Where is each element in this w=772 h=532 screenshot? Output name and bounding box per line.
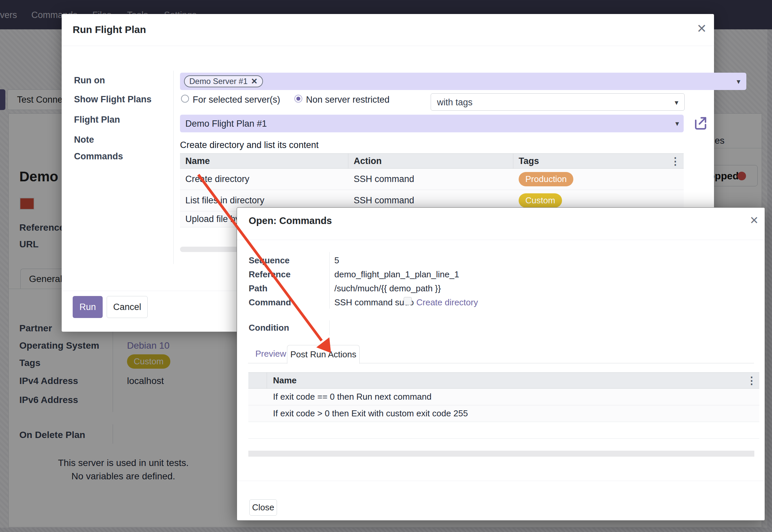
flight-plan-caret-icon: ▾ bbox=[675, 119, 679, 128]
condition-divider bbox=[329, 320, 330, 335]
with-tags-value: with tags bbox=[437, 97, 473, 108]
cancel-button[interactable]: Cancel bbox=[107, 296, 148, 318]
col-header-name[interactable]: Name bbox=[180, 154, 348, 168]
note-label: Note bbox=[74, 135, 94, 145]
screen: vers Commands Files Tools Settings Test … bbox=[0, 0, 772, 532]
command-label: Command bbox=[249, 297, 291, 308]
post-run-col-name[interactable]: Name bbox=[267, 375, 747, 386]
run-modal-title: Run Flight Plan bbox=[73, 24, 146, 35]
open-field-divider bbox=[329, 252, 330, 309]
flight-plan-label: Flight Plan bbox=[74, 115, 120, 125]
run-on-label: Run on bbox=[74, 75, 105, 86]
post-run-options-icon[interactable]: ⋮ bbox=[747, 375, 759, 386]
flight-plan-value: Demo Flight Plan #1 bbox=[185, 119, 267, 129]
run-button-label: Run bbox=[79, 302, 96, 312]
tab-post-run-actions[interactable]: Post Run Actions bbox=[287, 345, 360, 364]
reference-field-label: Reference bbox=[249, 269, 291, 280]
reference-value: demo_flight_plan_1_plan_line_1 bbox=[334, 269, 459, 280]
flight-plan-table-header: Name Action Tags ⋮ bbox=[180, 153, 684, 169]
open-modal-title: Open: Commands bbox=[249, 215, 332, 226]
open-modal-footer-divider bbox=[237, 481, 765, 481]
post-run-row[interactable]: If exit code == 0 then Run next command bbox=[248, 389, 759, 405]
with-tags-caret-icon: ▾ bbox=[675, 98, 678, 107]
run-button[interactable]: Run bbox=[73, 296, 103, 318]
radio-non-server-restricted[interactable] bbox=[294, 95, 302, 103]
run-modal-close-icon[interactable]: ✕ bbox=[697, 23, 707, 35]
show-flight-plans-label: Show Flight Plans bbox=[74, 94, 152, 105]
open-commands-modal: Open: Commands ✕ Sequence Reference Path… bbox=[237, 207, 765, 521]
open-modal-header-divider bbox=[237, 240, 765, 240]
server-tag-label: Demo Server #1 bbox=[189, 77, 248, 86]
post-run-cell: If exit code == 0 then Run next command bbox=[248, 392, 432, 402]
cell-action: SSH command bbox=[348, 174, 513, 184]
radio-selected-servers[interactable] bbox=[181, 95, 189, 103]
label-column-divider bbox=[173, 71, 174, 264]
col-header-tags[interactable]: Tags bbox=[513, 154, 670, 168]
tab-preview[interactable]: Preview bbox=[255, 349, 286, 359]
cell-name: List files in directory bbox=[180, 195, 348, 206]
post-run-table-header: Name ⋮ bbox=[248, 372, 759, 389]
server-tag-pill[interactable]: Demo Server #1 ✕ bbox=[184, 75, 263, 87]
path-value: /such/much/{{ demo_path }} bbox=[334, 283, 441, 294]
sequence-label: Sequence bbox=[249, 255, 290, 266]
table-options-icon[interactable]: ⋮ bbox=[670, 155, 684, 167]
flight-plan-select[interactable]: Demo Flight Plan #1 ▾ bbox=[180, 115, 684, 132]
remove-tag-icon[interactable]: ✕ bbox=[251, 77, 258, 86]
command-checkbox[interactable] bbox=[404, 297, 412, 305]
sequence-value: 5 bbox=[334, 255, 339, 266]
post-run-actions-table: Name ⋮ If exit code == 0 then Run next c… bbox=[248, 372, 759, 439]
command-value: SSH command sudo bbox=[334, 297, 414, 308]
path-label: Path bbox=[249, 283, 267, 294]
create-directory-link[interactable]: Create directory bbox=[416, 297, 478, 308]
tag-badge-custom: Custom bbox=[519, 193, 562, 208]
tag-badge-production: Production bbox=[519, 172, 573, 186]
external-link-icon[interactable] bbox=[693, 116, 707, 131]
open-modal-close-icon[interactable]: ✕ bbox=[750, 215, 759, 226]
post-run-row[interactable] bbox=[248, 422, 759, 439]
post-run-h-scrollbar[interactable] bbox=[248, 451, 754, 457]
run-on-select[interactable]: Demo Server #1 ✕ ▾ bbox=[180, 73, 746, 90]
col-header-action[interactable]: Action bbox=[348, 154, 513, 168]
radio-selected-servers-label[interactable]: For selected server(s) bbox=[193, 95, 280, 105]
cell-action: SSH command bbox=[348, 195, 513, 206]
run-on-caret-icon: ▾ bbox=[737, 77, 740, 86]
commands-label: Commands bbox=[74, 151, 123, 162]
tab-post-run-actions-label: Post Run Actions bbox=[290, 349, 356, 360]
with-tags-select[interactable]: with tags ▾ bbox=[431, 93, 685, 111]
flight-plan-subtitle: Create directory and list its content bbox=[180, 140, 319, 150]
post-run-row[interactable]: If exit code > 0 then Exit with custom e… bbox=[248, 405, 759, 422]
condition-label: Condition bbox=[249, 323, 289, 333]
radio-non-server-restricted-label[interactable]: Non server restricted bbox=[306, 95, 390, 105]
table-row[interactable]: Create directory SSH command Production bbox=[180, 169, 684, 190]
cancel-button-label: Cancel bbox=[113, 302, 141, 312]
select-all-column[interactable] bbox=[248, 373, 267, 388]
run-modal-header-divider bbox=[62, 46, 714, 46]
close-button-label: Close bbox=[252, 502, 274, 513]
close-button[interactable]: Close bbox=[249, 499, 277, 516]
cell-name: Create directory bbox=[180, 174, 348, 184]
post-run-cell: If exit code > 0 then Exit with custom e… bbox=[248, 408, 468, 419]
